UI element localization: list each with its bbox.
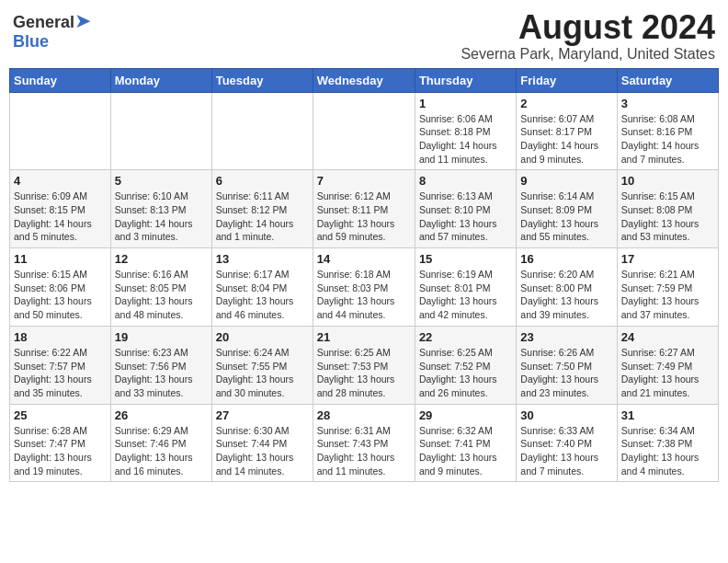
- day-info: Sunrise: 6:19 AMSunset: 8:01 PMDaylight:…: [419, 268, 512, 322]
- table-row: 8Sunrise: 6:13 AMSunset: 8:10 PMDaylight…: [415, 170, 516, 248]
- calendar-week-2: 4Sunrise: 6:09 AMSunset: 8:15 PMDaylight…: [10, 170, 719, 248]
- day-number: 20: [216, 330, 309, 344]
- day-info: Sunrise: 6:08 AMSunset: 8:16 PMDaylight:…: [621, 112, 714, 167]
- col-tuesday: Tuesday: [211, 68, 313, 92]
- day-number: 28: [317, 408, 411, 422]
- day-info: Sunrise: 6:14 AMSunset: 8:09 PMDaylight:…: [520, 190, 612, 244]
- calendar-subtitle: Severna Park, Maryland, United States: [461, 46, 715, 63]
- logo-blue-text: Blue: [13, 33, 49, 50]
- day-number: 22: [419, 330, 512, 344]
- day-info: Sunrise: 6:32 AMSunset: 7:41 PMDaylight:…: [419, 424, 512, 478]
- calendar-week-4: 18Sunrise: 6:22 AMSunset: 7:57 PMDayligh…: [10, 326, 719, 404]
- table-row: 13Sunrise: 6:17 AMSunset: 8:04 PMDayligh…: [211, 248, 313, 327]
- col-monday: Monday: [110, 68, 211, 92]
- col-sunday: Sunday: [10, 68, 111, 92]
- calendar-week-1: 1Sunrise: 6:06 AMSunset: 8:18 PMDaylight…: [10, 92, 719, 170]
- calendar-table: Sunday Monday Tuesday Wednesday Thursday…: [9, 68, 719, 483]
- day-info: Sunrise: 6:26 AMSunset: 7:50 PMDaylight:…: [520, 346, 612, 400]
- title-block: August 2024 Severna Park, Maryland, Unit…: [461, 9, 715, 63]
- table-row: 25Sunrise: 6:28 AMSunset: 7:47 PMDayligh…: [10, 404, 111, 482]
- day-info: Sunrise: 6:24 AMSunset: 7:55 PMDaylight:…: [216, 346, 309, 400]
- day-number: 1: [419, 97, 512, 110]
- day-number: 18: [14, 330, 107, 344]
- day-info: Sunrise: 6:20 AMSunset: 8:00 PMDaylight:…: [520, 268, 612, 322]
- day-info: Sunrise: 6:17 AMSunset: 8:04 PMDaylight:…: [216, 268, 309, 322]
- day-number: 30: [520, 408, 612, 422]
- table-row: 17Sunrise: 6:21 AMSunset: 7:59 PMDayligh…: [617, 248, 718, 327]
- day-info: Sunrise: 6:22 AMSunset: 7:57 PMDaylight:…: [14, 346, 107, 400]
- day-number: 21: [317, 330, 411, 344]
- col-wednesday: Wednesday: [313, 68, 415, 92]
- table-row: 19Sunrise: 6:23 AMSunset: 7:56 PMDayligh…: [110, 326, 211, 404]
- day-info: Sunrise: 6:15 AMSunset: 8:08 PMDaylight:…: [621, 190, 714, 244]
- day-number: 9: [520, 174, 612, 188]
- table-row: [313, 92, 415, 170]
- table-row: 2Sunrise: 6:07 AMSunset: 8:17 PMDaylight…: [517, 92, 617, 170]
- calendar-week-5: 25Sunrise: 6:28 AMSunset: 7:47 PMDayligh…: [10, 404, 719, 482]
- table-row: 14Sunrise: 6:18 AMSunset: 8:03 PMDayligh…: [313, 248, 415, 327]
- table-row: 20Sunrise: 6:24 AMSunset: 7:55 PMDayligh…: [211, 326, 313, 404]
- table-row: 27Sunrise: 6:30 AMSunset: 7:44 PMDayligh…: [211, 404, 313, 482]
- day-number: 10: [621, 174, 714, 188]
- day-number: 12: [115, 252, 208, 266]
- day-number: 27: [216, 408, 309, 422]
- table-row: 21Sunrise: 6:25 AMSunset: 7:53 PMDayligh…: [313, 326, 415, 404]
- table-row: 7Sunrise: 6:12 AMSunset: 8:11 PMDaylight…: [313, 170, 415, 248]
- table-row: [211, 92, 313, 170]
- day-info: Sunrise: 6:30 AMSunset: 7:44 PMDaylight:…: [216, 424, 309, 478]
- calendar-week-3: 11Sunrise: 6:15 AMSunset: 8:06 PMDayligh…: [10, 248, 719, 327]
- day-number: 2: [520, 97, 612, 110]
- day-info: Sunrise: 6:16 AMSunset: 8:05 PMDaylight:…: [115, 268, 208, 322]
- day-number: 14: [317, 252, 411, 266]
- page-header: General➤ Blue August 2024 Severna Park, …: [9, 9, 719, 63]
- table-row: 6Sunrise: 6:11 AMSunset: 8:12 PMDaylight…: [211, 170, 313, 248]
- table-row: 5Sunrise: 6:10 AMSunset: 8:13 PMDaylight…: [110, 170, 211, 248]
- table-row: 22Sunrise: 6:25 AMSunset: 7:52 PMDayligh…: [415, 326, 516, 404]
- day-info: Sunrise: 6:06 AMSunset: 8:18 PMDaylight:…: [419, 112, 512, 167]
- day-number: 24: [621, 330, 714, 344]
- col-thursday: Thursday: [415, 68, 516, 92]
- table-row: 4Sunrise: 6:09 AMSunset: 8:15 PMDaylight…: [10, 170, 111, 248]
- day-number: 6: [216, 174, 309, 188]
- day-info: Sunrise: 6:25 AMSunset: 7:53 PMDaylight:…: [317, 346, 411, 400]
- day-number: 16: [520, 252, 612, 266]
- table-row: [110, 92, 211, 170]
- day-number: 7: [317, 174, 411, 188]
- table-row: 28Sunrise: 6:31 AMSunset: 7:43 PMDayligh…: [313, 404, 415, 482]
- table-row: 15Sunrise: 6:19 AMSunset: 8:01 PMDayligh…: [415, 248, 516, 327]
- day-info: Sunrise: 6:12 AMSunset: 8:11 PMDaylight:…: [317, 190, 411, 244]
- table-row: 3Sunrise: 6:08 AMSunset: 8:16 PMDaylight…: [617, 92, 718, 170]
- day-info: Sunrise: 6:25 AMSunset: 7:52 PMDaylight:…: [419, 346, 512, 400]
- logo-general-text: General: [13, 13, 74, 31]
- col-saturday: Saturday: [617, 68, 718, 92]
- day-number: 15: [419, 252, 512, 266]
- table-row: 24Sunrise: 6:27 AMSunset: 7:49 PMDayligh…: [617, 326, 718, 404]
- calendar-title: August 2024: [461, 9, 715, 46]
- table-row: 23Sunrise: 6:26 AMSunset: 7:50 PMDayligh…: [517, 326, 617, 404]
- day-number: 13: [216, 252, 309, 266]
- day-number: 31: [621, 408, 714, 422]
- day-info: Sunrise: 6:31 AMSunset: 7:43 PMDaylight:…: [317, 424, 411, 478]
- day-info: Sunrise: 6:23 AMSunset: 7:56 PMDaylight:…: [115, 346, 208, 400]
- day-info: Sunrise: 6:21 AMSunset: 7:59 PMDaylight:…: [621, 268, 714, 322]
- table-row: 10Sunrise: 6:15 AMSunset: 8:08 PMDayligh…: [617, 170, 718, 248]
- table-row: 11Sunrise: 6:15 AMSunset: 8:06 PMDayligh…: [10, 248, 111, 327]
- table-row: 30Sunrise: 6:33 AMSunset: 7:40 PMDayligh…: [517, 404, 617, 482]
- table-row: [10, 92, 111, 170]
- day-info: Sunrise: 6:18 AMSunset: 8:03 PMDaylight:…: [317, 268, 411, 322]
- day-number: 3: [621, 97, 714, 110]
- day-info: Sunrise: 6:11 AMSunset: 8:12 PMDaylight:…: [216, 190, 309, 244]
- day-number: 4: [14, 174, 107, 188]
- table-row: 16Sunrise: 6:20 AMSunset: 8:00 PMDayligh…: [517, 248, 617, 327]
- table-row: 29Sunrise: 6:32 AMSunset: 7:41 PMDayligh…: [415, 404, 516, 482]
- day-number: 8: [419, 174, 512, 188]
- day-info: Sunrise: 6:13 AMSunset: 8:10 PMDaylight:…: [419, 190, 512, 244]
- logo: General➤ Blue: [13, 9, 91, 50]
- col-friday: Friday: [517, 68, 617, 92]
- day-info: Sunrise: 6:27 AMSunset: 7:49 PMDaylight:…: [621, 346, 714, 400]
- table-row: 9Sunrise: 6:14 AMSunset: 8:09 PMDaylight…: [517, 170, 617, 248]
- day-info: Sunrise: 6:34 AMSunset: 7:38 PMDaylight:…: [621, 424, 714, 478]
- day-info: Sunrise: 6:07 AMSunset: 8:17 PMDaylight:…: [520, 112, 612, 167]
- day-number: 5: [115, 174, 208, 188]
- table-row: 26Sunrise: 6:29 AMSunset: 7:46 PMDayligh…: [110, 404, 211, 482]
